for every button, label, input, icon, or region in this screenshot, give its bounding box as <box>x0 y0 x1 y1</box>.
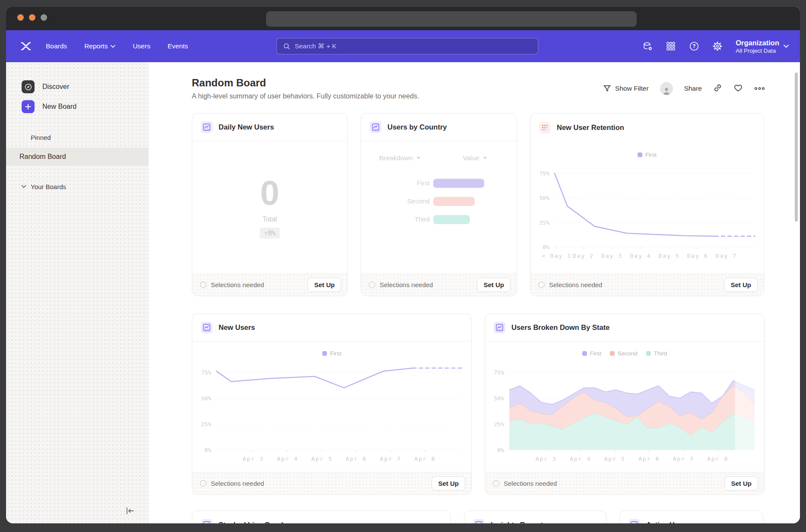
search-input[interactable] <box>295 42 532 50</box>
chart-legend: First <box>192 350 471 357</box>
svg-text:0%: 0% <box>543 244 549 250</box>
legend-label: First <box>590 350 601 357</box>
bar-third[interactable] <box>433 215 470 224</box>
project-name: All Project Data <box>736 48 779 54</box>
value-dropdown[interactable]: Value <box>463 154 488 162</box>
new-users-line-chart: 0%25%50%75%Apr 3Apr 4Apr 5Apr 6Apr 7Apr … <box>192 357 470 466</box>
collapse-sidebar-button[interactable] <box>124 505 136 516</box>
svg-text:Day 6: Day 6 <box>687 253 708 259</box>
board-description: A high-level summary of user behaviors. … <box>192 92 603 100</box>
favorite-heart-icon[interactable] <box>733 83 743 94</box>
legend-item[interactable]: Third <box>646 350 667 357</box>
sidebar-section-your-boards[interactable]: Your Boards <box>6 180 149 193</box>
svg-text:Apr 3: Apr 3 <box>536 456 557 462</box>
desktop-background: Boards Reports Users Events <box>0 0 806 532</box>
svg-text:Day 4: Day 4 <box>630 253 651 259</box>
chevron-down-icon <box>784 44 789 48</box>
svg-text:Apr 4: Apr 4 <box>570 456 591 462</box>
chevron-down-icon <box>483 157 487 159</box>
card-users-by-state: Users Broken Down By State FirstSecondTh… <box>485 314 765 495</box>
status-text: Selections needed <box>211 281 264 288</box>
chart-legend: FirstSecondThird <box>485 350 764 357</box>
svg-text:50%: 50% <box>539 195 550 201</box>
status-radio-icon <box>200 480 206 487</box>
settings-gear-icon[interactable] <box>712 41 723 51</box>
metric-value: 0 <box>260 176 279 210</box>
card-stacked-line-graph: Stacked Line Graph <box>192 510 451 523</box>
svg-text:Apr 8: Apr 8 <box>707 456 728 462</box>
legend-swatch <box>582 351 587 356</box>
nav-menu: Boards Reports Users Events <box>46 42 188 50</box>
org-project-switcher[interactable]: Organization All Project Data <box>736 38 789 54</box>
legend-item[interactable]: First <box>582 350 601 357</box>
help-icon[interactable]: ? <box>689 41 699 51</box>
svg-text:0%: 0% <box>204 447 211 453</box>
card-title: Users by Country <box>387 123 447 131</box>
svg-text:?: ? <box>692 43 695 49</box>
legend-swatch <box>646 351 651 356</box>
data-management-icon[interactable] <box>642 41 653 51</box>
card-title: Stacked Line Graph <box>219 521 286 524</box>
nav-item-events[interactable]: Events <box>168 42 188 50</box>
legend-item[interactable]: First <box>322 350 341 357</box>
state-stacked-area-chart: 0%25%50%75%Apr 3Apr 4Apr 5Apr 6Apr 7Apr … <box>485 357 763 466</box>
svg-text:Day 5: Day 5 <box>658 253 679 259</box>
traffic-light-minimize-button[interactable] <box>29 14 35 21</box>
scrollbar-thumb[interactable] <box>795 73 798 222</box>
set-up-button[interactable]: Set Up <box>724 476 758 491</box>
line-chart-icon <box>201 322 213 333</box>
nav-item-boards[interactable]: Boards <box>46 42 67 50</box>
svg-text:Apr 4: Apr 4 <box>277 456 298 462</box>
svg-text:Day 7: Day 7 <box>716 253 737 259</box>
sidebar-section-pinned[interactable]: Pinned <box>6 130 149 144</box>
card-users-by-country: Users by Country Breakdown Value <box>361 113 517 296</box>
set-up-button[interactable]: Set Up <box>477 278 511 292</box>
sidebar-item-random-board[interactable]: Random Board <box>6 148 149 166</box>
country-bar-row: Second <box>361 192 517 210</box>
legend-label: First <box>645 152 657 158</box>
more-options-icon[interactable] <box>754 85 765 92</box>
legend-item[interactable]: Second <box>610 350 638 357</box>
traffic-light-close-button[interactable] <box>17 14 24 21</box>
svg-text:Apr 6: Apr 6 <box>346 456 367 462</box>
country-bar-row: First <box>361 174 517 192</box>
set-up-button[interactable]: Set Up <box>308 278 341 292</box>
bar-first[interactable] <box>433 179 484 188</box>
nav-item-reports[interactable]: Reports <box>84 42 115 50</box>
show-filter-button[interactable]: Show Filter <box>603 85 649 92</box>
browser-window: Boards Reports Users Events <box>6 7 800 523</box>
avatar[interactable] <box>660 82 673 95</box>
status-radio-icon <box>200 282 206 288</box>
bar-second[interactable] <box>433 197 475 206</box>
sidebar-item-new-board[interactable]: New Board <box>6 97 149 117</box>
legend-swatch <box>638 152 642 157</box>
board-main-area: Random Board A high-level summary of use… <box>149 62 800 523</box>
global-search-box[interactable] <box>276 38 538 54</box>
mixpanel-logo-icon[interactable] <box>20 40 33 52</box>
sidebar-item-discover[interactable]: Discover <box>6 77 149 97</box>
chevron-down-icon <box>21 185 26 188</box>
copy-link-icon[interactable] <box>713 83 722 94</box>
legend-item[interactable]: First <box>638 152 657 158</box>
svg-text:Apr 7: Apr 7 <box>673 456 694 462</box>
card-new-user-retention: New User Retention First 0%25%50%75%< Da… <box>530 113 764 296</box>
nav-item-users[interactable]: Users <box>133 42 150 50</box>
status-radio-icon <box>369 282 375 288</box>
apps-grid-icon[interactable] <box>666 41 676 51</box>
line-chart-icon <box>494 322 505 333</box>
svg-text:Apr 3: Apr 3 <box>243 456 264 462</box>
status-text: Selections needed <box>380 281 433 288</box>
traffic-light-zoom-button[interactable] <box>41 14 47 21</box>
svg-text:Apr 6: Apr 6 <box>638 456 660 462</box>
sidebar: Discover New Board Pinned Random Board <box>6 62 149 523</box>
compass-icon <box>22 80 35 93</box>
chevron-down-icon <box>416 157 421 159</box>
card-active-users: Active Users <box>619 510 763 523</box>
share-button[interactable]: Share <box>684 85 702 92</box>
bar-label: Second <box>361 197 430 205</box>
set-up-button[interactable]: Set Up <box>724 278 758 292</box>
address-bar[interactable] <box>266 11 637 27</box>
set-up-button[interactable]: Set Up <box>432 476 465 491</box>
breakdown-dropdown[interactable]: Breakdown <box>379 154 421 162</box>
chevron-down-icon <box>111 45 115 48</box>
